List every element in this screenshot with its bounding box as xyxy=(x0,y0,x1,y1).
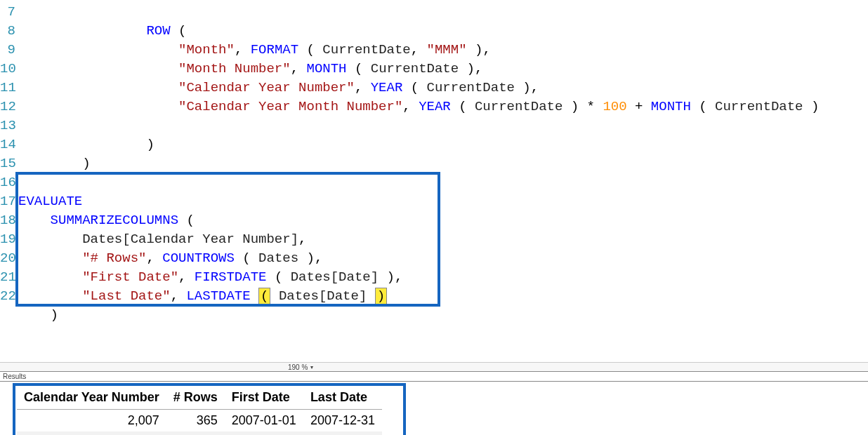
zoom-bar[interactable]: 190 % ▾ xyxy=(0,362,868,372)
cell-rows: 365 xyxy=(166,410,225,432)
code-line: ) xyxy=(18,307,58,323)
cell-last: 2008-12-31 xyxy=(303,431,382,435)
code-editor[interactable]: 7 8 9 10 11 12 13 14 15 16 17 18 19 20 2… xyxy=(0,0,868,362)
line-number: 13 xyxy=(0,116,15,135)
code-line: "First Date", FIRSTDATE ( Dates[Date] ), xyxy=(18,269,402,285)
code-line xyxy=(18,118,26,133)
cell-year: 2,008 xyxy=(17,431,166,435)
code-line: "Month Number", MONTH ( CurrentDate ), xyxy=(18,61,482,76)
results-table[interactable]: Calendar Year Number # Rows First Date L… xyxy=(17,386,382,435)
results-panel-label: Results xyxy=(0,372,868,382)
col-year[interactable]: Calendar Year Number xyxy=(17,386,166,410)
cell-year: 2,007 xyxy=(17,410,166,432)
table-row[interactable]: 2,008 366 2008-01-01 2008-12-31 xyxy=(17,431,382,435)
code-line: ROW ( xyxy=(18,23,186,39)
results-panel: Calendar Year Number # Rows First Date L… xyxy=(0,382,868,435)
code-line: Dates[Calendar Year Number], xyxy=(18,232,306,247)
code-line: "Month", FORMAT ( CurrentDate, "MMM" ), xyxy=(18,42,491,58)
zoom-value: 190 % xyxy=(288,363,308,371)
zoom-dropdown-icon[interactable]: ▾ xyxy=(310,364,313,370)
code-line: ) xyxy=(18,137,154,152)
matched-paren-open: ( xyxy=(258,288,270,304)
table-header-row: Calendar Year Number # Rows First Date L… xyxy=(17,386,382,410)
cell-rows: 366 xyxy=(166,431,225,435)
code-line: "Calendar Year Month Number", YEAR ( Cur… xyxy=(18,99,819,114)
cell-last: 2007-12-31 xyxy=(303,410,382,432)
cell-first: 2008-01-01 xyxy=(225,431,303,435)
line-gutter: 7 8 9 10 11 12 13 14 15 16 17 18 19 20 2… xyxy=(0,3,18,362)
line-number: 16 xyxy=(0,173,15,192)
col-first-date[interactable]: First Date xyxy=(225,386,303,410)
line-number: 18 xyxy=(0,211,15,230)
matched-paren-close: ) xyxy=(375,288,387,304)
table-row[interactable]: 2,007 365 2007-01-01 2007-12-31 xyxy=(17,410,382,432)
line-number: 10 xyxy=(0,60,15,79)
code-area[interactable]: ROW ( "Month", FORMAT ( CurrentDate, "MM… xyxy=(18,3,868,362)
line-number: 15 xyxy=(0,154,15,173)
line-number: 9 xyxy=(0,41,15,60)
code-line: "Last Date", LASTDATE ( Dates[Date] ) xyxy=(18,288,387,304)
col-rows[interactable]: # Rows xyxy=(166,386,225,410)
code-line xyxy=(18,175,26,190)
line-number: 11 xyxy=(0,79,15,98)
line-number: 20 xyxy=(0,249,15,268)
line-number: 22 xyxy=(0,287,15,306)
line-number: 8 xyxy=(0,22,15,41)
line-number: 21 xyxy=(0,268,15,287)
line-number: 19 xyxy=(0,230,15,249)
code-line: ) xyxy=(18,156,91,171)
code-line: EVALUATE xyxy=(18,194,82,209)
line-number: 12 xyxy=(0,98,15,116)
col-last-date[interactable]: Last Date xyxy=(303,386,382,410)
code-line: "Calendar Year Number", YEAR ( CurrentDa… xyxy=(18,80,539,95)
cell-first: 2007-01-01 xyxy=(225,410,303,432)
line-number: 7 xyxy=(0,3,15,22)
code-line: SUMMARIZECOLUMNS ( xyxy=(18,213,195,228)
line-number: 17 xyxy=(0,192,15,211)
code-line: "# Rows", COUNTROWS ( Dates ), xyxy=(18,250,322,266)
line-number: 14 xyxy=(0,135,15,154)
